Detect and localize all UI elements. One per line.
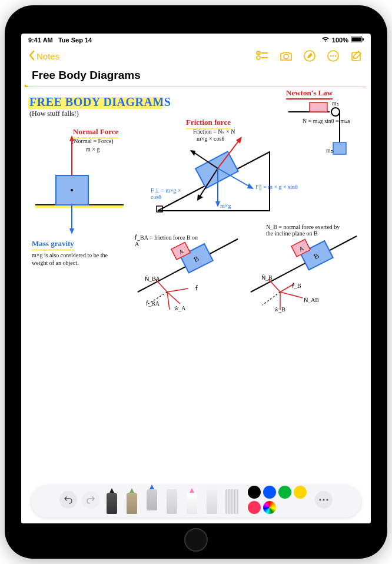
status-date: Tue Sep 14 — [58, 37, 92, 44]
tool-pen[interactable] — [104, 488, 119, 514]
ipad-frame: 9:41 AM Tue Sep 14 100% Notes — [5, 5, 387, 559]
vec-fb: f̂_B — [292, 283, 301, 289]
swatch-yellow[interactable] — [294, 486, 307, 499]
screen: 9:41 AM Tue Sep 14 100% Notes — [21, 34, 371, 523]
wifi-icon — [321, 37, 330, 44]
battery-icon — [351, 37, 364, 44]
swatch-color-picker[interactable] — [263, 501, 276, 514]
status-bar: 9:41 AM Tue Sep 14 100% — [21, 34, 371, 45]
vec-fba: f̂_BA — [146, 300, 160, 307]
tool-ruler[interactable] — [224, 488, 240, 514]
friction-ft: F⊥ = m×g × cosθ — [151, 187, 186, 200]
home-button[interactable] — [184, 528, 208, 552]
svg-line-57 — [280, 292, 303, 298]
vec-f: f̂ — [195, 285, 198, 291]
vec-wb: ŵ_B — [274, 306, 285, 313]
sketch-heading: FREE BODY DIAGRAMS — [29, 95, 171, 109]
svg-rect-36 — [310, 102, 327, 112]
sketch-subheading: (How stuff falls!) — [29, 110, 79, 118]
compose-icon[interactable] — [350, 49, 364, 63]
tool-crayon[interactable] — [184, 488, 200, 514]
more-icon[interactable] — [326, 49, 340, 63]
svg-point-62 — [326, 499, 328, 500]
friction-label: Friction force — [186, 118, 231, 130]
status-right: 100% — [321, 37, 364, 44]
svg-rect-2 — [363, 38, 364, 41]
svg-point-60 — [319, 499, 321, 500]
chevron-left-icon — [28, 50, 35, 62]
svg-rect-1 — [352, 38, 361, 42]
newton-eq: N = m₁g sinθ = m₁a — [303, 118, 356, 124]
note-title[interactable]: Free Body Diagrams — [21, 67, 371, 87]
tool-pencil[interactable] — [124, 488, 139, 514]
svg-line-46 — [167, 292, 180, 304]
swatch-blue[interactable] — [263, 486, 276, 499]
svg-point-10 — [330, 55, 332, 57]
sketch-canvas[interactable]: FREE BODY DIAGRAMS (How stuff falls!) No… — [21, 87, 371, 523]
newton-diagram — [283, 97, 353, 167]
status-left: 9:41 AM Tue Sep 14 — [28, 37, 92, 44]
toolbar-more-button[interactable] — [315, 491, 333, 509]
svg-point-11 — [333, 55, 334, 57]
back-button[interactable]: Notes — [28, 50, 59, 62]
drawing-toolbar — [31, 486, 361, 517]
undo-button[interactable] — [59, 491, 77, 509]
swatch-black[interactable] — [248, 486, 261, 499]
back-label: Notes — [36, 51, 59, 61]
svg-line-55 — [268, 279, 280, 292]
svg-line-59 — [263, 292, 280, 305]
svg-marker-28 — [190, 150, 195, 156]
color-swatches — [248, 486, 307, 514]
tool-eraser-slim[interactable] — [164, 488, 180, 514]
battery-label: 100% — [332, 37, 348, 44]
svg-marker-18 — [69, 135, 74, 141]
markup-icon[interactable] — [303, 49, 317, 63]
friction-fpar: F∥ = m × g × sinθ — [255, 184, 298, 190]
camera-icon[interactable] — [279, 49, 293, 63]
svg-point-7 — [284, 54, 288, 59]
newton-m2: m₂ — [326, 147, 333, 154]
tool-marker[interactable] — [144, 485, 160, 510]
mass-gravity-label: Mass gravity — [32, 239, 74, 251]
normal-force-diagram — [29, 128, 129, 234]
svg-marker-20 — [69, 228, 74, 234]
status-time: 9:41 AM — [28, 37, 53, 44]
swatch-green[interactable] — [278, 486, 291, 499]
svg-marker-32 — [215, 201, 220, 207]
svg-point-37 — [331, 108, 340, 116]
svg-line-47 — [167, 288, 188, 292]
friction-mxg: m×g — [220, 203, 231, 209]
svg-rect-39 — [333, 142, 346, 154]
app-toolbar: Notes — [21, 45, 371, 67]
svg-point-12 — [335, 55, 337, 57]
svg-line-48 — [167, 292, 170, 310]
mass-gravity-note: m×g is also considered to be the weight … — [32, 252, 120, 267]
svg-point-21 — [71, 189, 73, 191]
vec-nab: N̂_AB — [304, 297, 319, 303]
svg-point-61 — [323, 499, 324, 500]
redo-button[interactable] — [82, 491, 99, 509]
vec-nba: N̂_BA — [145, 276, 160, 282]
vec-wa: ŵ_A — [174, 305, 185, 311]
svg-point-5 — [257, 56, 260, 59]
vec-nb: N̂_B — [261, 274, 273, 281]
checklist-icon[interactable] — [255, 49, 270, 63]
tool-eraser[interactable] — [204, 488, 220, 514]
swatch-red[interactable] — [248, 501, 261, 514]
svg-marker-34 — [247, 183, 254, 189]
newton-m1: m₁ — [332, 100, 339, 107]
